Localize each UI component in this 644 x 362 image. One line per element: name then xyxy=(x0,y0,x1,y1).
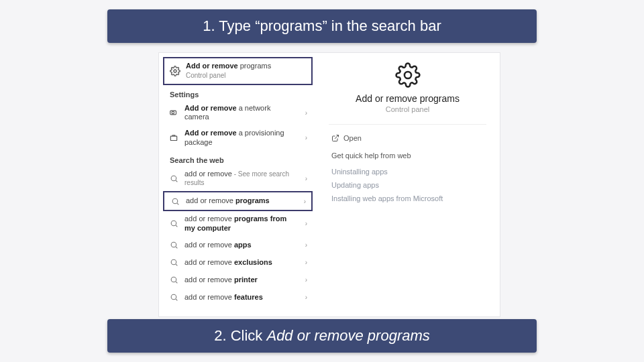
help-link-updating[interactable]: Updating apps xyxy=(329,178,486,192)
detail-pane: Add or remove programs Control panel Ope… xyxy=(317,53,494,316)
help-section-heading: Get quick help from web xyxy=(329,149,486,165)
svg-line-7 xyxy=(177,203,178,204)
svg-line-13 xyxy=(176,264,177,265)
external-link-icon xyxy=(331,134,339,142)
svg-point-2 xyxy=(172,112,174,115)
svg-point-16 xyxy=(171,294,176,300)
web-result-6[interactable]: add or remove features› xyxy=(163,289,313,306)
search-icon xyxy=(168,173,179,184)
result-title: add or remove programs from my computer xyxy=(184,215,297,233)
detail-subtitle: Control panel xyxy=(329,105,486,113)
chevron-right-icon: › xyxy=(303,134,307,141)
result-title: add or remove features xyxy=(184,293,297,302)
camera-icon xyxy=(168,107,179,118)
instruction-step-1: 1. Type “programs” in the search bar xyxy=(107,9,537,43)
result-title: Add or remove a provisioning package xyxy=(184,129,297,147)
help-link-uninstalling[interactable]: Uninstalling apps xyxy=(329,165,486,178)
chevron-right-icon: › xyxy=(303,220,307,227)
results-column: Add or remove programs Control panel Set… xyxy=(159,53,317,316)
svg-line-17 xyxy=(176,299,177,300)
best-match-add-remove-programs[interactable]: Add or remove programs Control panel xyxy=(163,57,313,85)
search-results-window: Add or remove programs Control panel Set… xyxy=(158,52,500,317)
web-result-5[interactable]: add or remove printer› xyxy=(163,272,313,289)
svg-point-14 xyxy=(171,277,176,282)
svg-line-5 xyxy=(176,180,177,182)
search-icon xyxy=(170,196,180,206)
svg-point-6 xyxy=(172,198,178,204)
svg-rect-3 xyxy=(170,136,176,140)
svg-point-18 xyxy=(404,72,411,78)
search-icon xyxy=(168,257,179,268)
svg-point-0 xyxy=(174,70,176,72)
result-title: Add or remove programs Control panel xyxy=(186,62,306,80)
svg-line-9 xyxy=(176,225,177,227)
package-icon xyxy=(168,133,179,143)
web-result-1[interactable]: add or remove programs› xyxy=(163,191,313,211)
gear-icon xyxy=(170,66,180,76)
search-icon xyxy=(168,219,179,229)
chevron-right-icon: › xyxy=(301,198,306,205)
chevron-right-icon: › xyxy=(303,294,307,301)
chevron-right-icon: › xyxy=(303,109,307,117)
result-title: add or remove apps xyxy=(184,241,297,250)
settings-result-provisioning-package[interactable]: Add or remove a provisioning package › xyxy=(163,125,313,151)
chevron-right-icon: › xyxy=(303,241,307,249)
gear-icon xyxy=(395,62,421,88)
svg-line-11 xyxy=(176,247,177,248)
svg-point-8 xyxy=(171,221,176,226)
help-link-installing-web-apps[interactable]: Installing web apps from Microsoft xyxy=(329,192,486,205)
result-title: add or remove programs xyxy=(186,196,296,206)
svg-line-15 xyxy=(176,282,177,283)
chevron-right-icon: › xyxy=(303,276,307,284)
detail-title: Add or remove programs xyxy=(329,93,486,104)
result-title: add or remove exclusions xyxy=(184,258,297,267)
web-result-2[interactable]: add or remove programs from my computer› xyxy=(163,211,313,237)
svg-point-10 xyxy=(171,242,176,247)
svg-point-4 xyxy=(171,176,176,181)
web-result-4[interactable]: add or remove exclusions› xyxy=(163,254,313,272)
result-title: add or remove printer xyxy=(184,276,297,285)
chevron-right-icon: › xyxy=(303,259,307,266)
result-title: Add or remove a network camera xyxy=(184,104,297,123)
svg-line-19 xyxy=(335,135,339,139)
section-settings: Settings xyxy=(163,85,313,101)
open-button[interactable]: Open xyxy=(329,125,486,149)
open-label: Open xyxy=(343,134,362,142)
search-icon xyxy=(168,292,179,303)
search-icon xyxy=(168,275,179,286)
settings-result-network-camera[interactable]: Add or remove a network camera › xyxy=(163,101,313,126)
instruction-step-2: 2. Click Add or remove programs xyxy=(107,319,537,353)
web-result-0[interactable]: add or remove ‑ See more search results› xyxy=(163,166,313,192)
svg-point-12 xyxy=(171,259,176,265)
result-title: add or remove ‑ See more search results xyxy=(184,170,297,188)
web-result-3[interactable]: add or remove apps› xyxy=(163,237,313,254)
chevron-right-icon: › xyxy=(303,175,307,182)
search-icon xyxy=(168,240,179,251)
section-search-web: Search the web xyxy=(163,151,313,166)
